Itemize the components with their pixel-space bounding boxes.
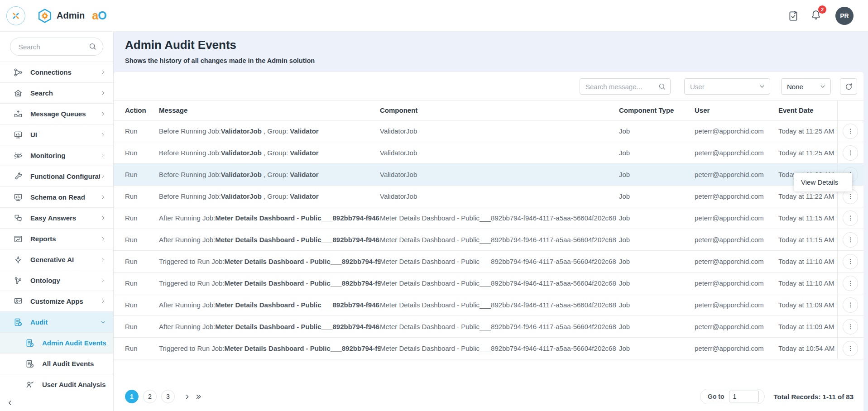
sidebar-item-easy-answers[interactable]: Easy Answers xyxy=(0,208,113,229)
row-actions-button[interactable] xyxy=(843,232,858,248)
table-row[interactable]: Run Triggered to Run Job:Meter Details D… xyxy=(114,272,863,294)
row-actions-button[interactable] xyxy=(843,210,858,226)
sidebar-item-label: Generative AI xyxy=(30,256,100,263)
notification-count-badge: 2 xyxy=(818,5,826,14)
audit-icon xyxy=(25,339,34,348)
row-actions-button[interactable] xyxy=(843,319,858,335)
sidebar-item-schema-on-read[interactable]: Schema on Read xyxy=(0,187,113,208)
chevron-down-icon xyxy=(100,319,106,325)
sidebar-item-generative-ai[interactable]: Generative AI xyxy=(0,249,113,270)
table-row[interactable]: Run Before Running Job:ValidatorJob , Gr… xyxy=(114,164,863,186)
sidebar-item-functional-configuration[interactable]: Functional Configurati... xyxy=(0,166,113,187)
sidebar-item-customize-apps[interactable]: Customize Apps xyxy=(0,291,113,312)
user-filter-select[interactable]: User xyxy=(684,78,770,95)
cell-action: Run xyxy=(114,120,159,142)
sidebar-item-audit[interactable]: Audit xyxy=(0,312,113,333)
row-actions-button[interactable] xyxy=(843,276,858,291)
table-row[interactable]: Run Before Running Job:ValidatorJob , Gr… xyxy=(114,120,863,142)
table-row[interactable]: Run After Running Job:Meter Details Dash… xyxy=(114,316,863,338)
cell-action: Run xyxy=(114,338,159,359)
cell-user: peterr@apporchid.com xyxy=(695,142,778,164)
monitor-icon xyxy=(14,130,23,139)
avatar[interactable]: PR xyxy=(835,7,854,25)
table-row[interactable]: Run After Running Job:Meter Details Dash… xyxy=(114,207,863,229)
sort-select[interactable]: None xyxy=(781,78,831,95)
cell-message: Before Running Job:ValidatorJob , Group:… xyxy=(159,186,380,207)
sidebar-item-ontology[interactable]: Ontology xyxy=(0,270,113,291)
page-button-2[interactable]: 2 xyxy=(143,390,157,403)
app-shell: ConnectionsSearchMessage QueuesUIMonitor… xyxy=(0,32,868,411)
sort-select-value: None xyxy=(787,83,803,91)
cell-component: Meter Details Dashboard - Public___892bb… xyxy=(380,229,619,251)
view-details-menu-item[interactable]: View Details xyxy=(794,176,852,189)
kebab-menu-icon xyxy=(846,192,854,201)
sidebar-item-label: Schema on Read xyxy=(30,193,100,201)
kebab-menu-icon xyxy=(846,236,854,244)
chevron-right-icon xyxy=(100,173,106,179)
monitoring-icon xyxy=(14,151,23,160)
page-button-1[interactable]: 1 xyxy=(125,390,139,403)
sidebar-subitem-label: User Audit Analysis xyxy=(42,381,106,388)
table-row[interactable]: Run Before Running Job:ValidatorJob , Gr… xyxy=(114,142,863,164)
chevron-right-icon xyxy=(100,236,106,242)
cell-component-type: Job xyxy=(619,272,695,294)
admin-hexagon-gear-icon xyxy=(37,8,53,24)
row-actions-button[interactable] xyxy=(843,341,858,356)
table-row[interactable]: Run After Running Job:Meter Details Dash… xyxy=(114,294,863,316)
refresh-button[interactable] xyxy=(840,78,857,95)
row-actions-button[interactable] xyxy=(843,297,858,313)
cell-actions xyxy=(837,316,863,338)
row-actions-button[interactable] xyxy=(843,254,858,269)
audit-icon xyxy=(25,359,34,368)
pinwheel-logo-icon xyxy=(11,11,21,21)
sidebar-item-reports[interactable]: Reports xyxy=(0,229,113,249)
apporchid-logo: aO xyxy=(92,9,106,22)
row-actions-button[interactable] xyxy=(843,145,858,161)
column-header-component-type: Component Type xyxy=(619,100,695,120)
message-search-input[interactable] xyxy=(580,78,671,95)
next-page-button[interactable] xyxy=(184,393,191,400)
table-row[interactable]: Run Before Running Job:ValidatorJob , Gr… xyxy=(114,186,863,207)
table-row[interactable]: Run Triggered to Run Job:Meter Details D… xyxy=(114,251,863,272)
notifications-button[interactable]: 2 xyxy=(810,9,822,23)
cell-user: peterr@apporchid.com xyxy=(695,316,778,338)
sidebar-item-label: Customize Apps xyxy=(30,297,100,305)
sidebar-item-monitoring[interactable]: Monitoring xyxy=(0,145,113,166)
sidebar-item-message-queues[interactable]: Message Queues xyxy=(0,104,113,124)
cell-message: Triggered to Run Job:Meter Details Dashb… xyxy=(159,272,380,294)
last-page-button[interactable] xyxy=(195,393,202,400)
logo-letter-a: a xyxy=(92,9,98,22)
table-row[interactable]: Run After Running Job:Meter Details Dash… xyxy=(114,229,863,251)
audit-events-table: Action Message Component Component Type … xyxy=(114,100,863,359)
cell-actions xyxy=(837,338,863,359)
cell-component-type: Job xyxy=(619,294,695,316)
sparkle-icon xyxy=(14,255,23,264)
cell-actions xyxy=(837,207,863,229)
search-home-icon xyxy=(14,89,23,98)
sidebar-subitem-admin-audit-events[interactable]: Admin Audit Events xyxy=(0,333,113,354)
sidebar-subitem-user-audit-analysis[interactable]: User Audit Analysis xyxy=(0,374,113,395)
sidebar-subitem-all-audit-events[interactable]: All Audit Events xyxy=(0,354,113,374)
cell-component: Meter Details Dashboard - Public___892bb… xyxy=(380,251,619,272)
cell-component-type: Job xyxy=(619,207,695,229)
page-button-3[interactable]: 3 xyxy=(161,390,175,403)
tasks-button[interactable] xyxy=(787,10,799,22)
row-actions-button[interactable] xyxy=(843,124,858,139)
cell-event-date: Today at 11:09 AM xyxy=(778,294,837,316)
cell-message: After Running Job:Meter Details Dashboar… xyxy=(159,229,380,251)
sidebar-item-label: Functional Configurati... xyxy=(30,172,100,180)
app-launcher-button[interactable] xyxy=(6,6,25,25)
kebab-menu-icon xyxy=(846,258,854,266)
column-header-user: User xyxy=(695,100,778,120)
sidebar-item-label: Ontology xyxy=(30,277,100,284)
sidebar-collapse-button[interactable] xyxy=(0,395,113,411)
sidebar-item-connections[interactable]: Connections xyxy=(0,62,113,83)
sidebar-item-search[interactable]: Search xyxy=(0,83,113,104)
sidebar-item-ui[interactable]: UI xyxy=(0,124,113,145)
filter-bar: User None xyxy=(114,72,863,100)
goto-page-input[interactable] xyxy=(729,391,759,402)
chevron-right-icon xyxy=(100,215,106,221)
cell-event-date: Today at 11:15 AM xyxy=(778,229,837,251)
table-row[interactable]: Run Triggered to Run Job:Meter Details D… xyxy=(114,338,863,359)
column-header-actions xyxy=(837,100,863,120)
